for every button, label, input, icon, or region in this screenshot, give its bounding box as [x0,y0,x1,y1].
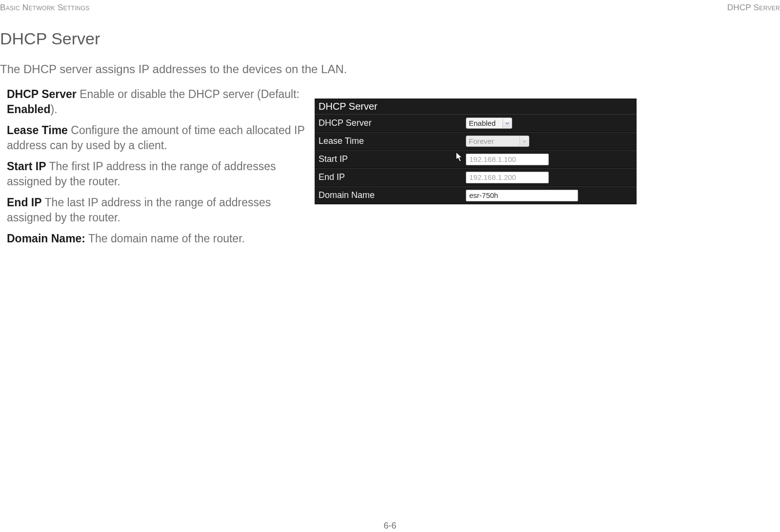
panel-row-end-ip: End IP 192.168.1.200 [315,168,637,186]
definition-end-ip: End IP The last IP address in the range … [7,195,307,225]
definition-dhcp-server: DHCP Server Enable or disable the DHCP s… [7,87,307,117]
definition-end-ip-desc: The last IP address in the range of addr… [7,196,271,224]
panel-row-start-ip: Start IP 192.168.1.100 [315,150,637,168]
end-ip-input[interactable]: 192.168.1.200 [466,172,549,183]
definition-lease-time-label: Lease Time [7,124,68,137]
lease-time-select-value: Forever [469,137,494,145]
definitions-list: DHCP Server Enable or disable the DHCP s… [7,87,307,252]
page-number: 6-6 [383,521,396,531]
chevron-down-icon [502,118,511,128]
panel-label-lease-time: Lease Time [315,136,466,146]
panel-row-domain-name: Domain Name esr-750h [315,186,637,204]
definition-dhcp-server-desc-2: ). [50,103,57,116]
header-breadcrumb-right: DHCP Server [727,3,780,13]
definition-domain-name-desc: The domain name of the router. [85,232,245,245]
definition-start-ip-label: Start IP [7,160,46,173]
page-title: DHCP Server [0,29,100,48]
panel-label-end-ip: End IP [315,172,466,182]
header-breadcrumb-left: Basic Network Settings [0,3,90,13]
panel-row-lease-time: Lease Time Forever [315,132,637,150]
definition-domain-name: Domain Name: The domain name of the rout… [7,231,307,246]
chevron-down-icon [520,137,528,146]
domain-name-input[interactable]: esr-750h [466,190,578,201]
definition-end-ip-label: End IP [7,196,42,209]
definition-dhcp-server-default: Enabled [7,103,50,116]
intro-text: The DHCP server assigns IP addresses to … [0,62,347,76]
panel-label-domain-name: Domain Name [315,190,466,200]
dhcp-server-select-value: Enabled [469,119,496,127]
definition-dhcp-server-desc-1: Enable or disable the DHCP server (Defau… [77,88,300,100]
definition-lease-time: Lease Time Configure the amount of time … [7,123,307,153]
dhcp-server-select[interactable]: Enabled [466,118,512,129]
panel-title: DHCP Server [315,99,637,114]
definition-domain-name-label: Domain Name: [7,232,85,245]
definition-start-ip-desc: The first IP address in the range of add… [7,160,276,188]
panel-label-dhcp-server: DHCP Server [315,118,466,128]
panel-row-dhcp-server: DHCP Server Enabled [315,114,637,132]
lease-time-select[interactable]: Forever [466,136,529,147]
definition-dhcp-server-label: DHCP Server [7,88,77,100]
start-ip-input[interactable]: 192.168.1.100 [466,154,549,165]
dhcp-settings-panel: DHCP Server DHCP Server Enabled Lease Ti… [315,99,637,204]
definition-start-ip: Start IP The first IP address in the ran… [7,159,307,189]
panel-label-start-ip: Start IP [315,154,466,164]
